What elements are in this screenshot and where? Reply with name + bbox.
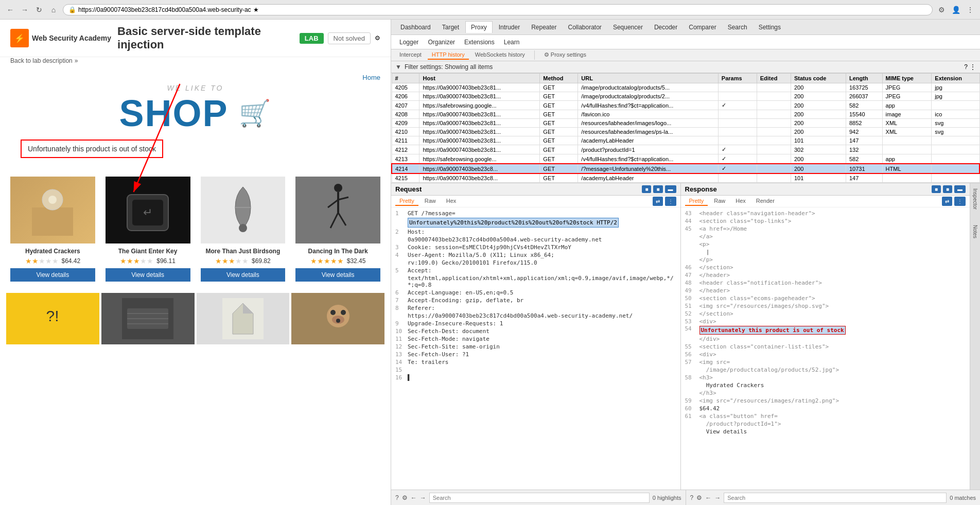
lock-icon: 🔒	[68, 6, 76, 13]
back-icon-right[interactable]: ←	[705, 494, 711, 501]
table-row[interactable]: 4215https://0a90007403beb23c8...GET/acad…	[392, 173, 979, 183]
settings-icon-left[interactable]: ⚙	[402, 494, 408, 501]
nav-intruder[interactable]: Intruder	[494, 22, 525, 33]
sub-extensions[interactable]: Extensions	[460, 37, 499, 47]
res-line: 59<img src="/resources/images/rating2.pn…	[683, 397, 968, 405]
reload-button[interactable]: ↻	[33, 4, 45, 16]
view-details-btn-1[interactable]: View details	[106, 268, 190, 282]
view-details-btn-0[interactable]: View details	[10, 268, 95, 282]
res-icon-btn-2[interactable]: ■	[943, 185, 952, 193]
product-name-1: The Giant Enter Key	[106, 248, 190, 255]
tab-http-history[interactable]: HTTP history	[428, 50, 469, 60]
settings-icon[interactable]: ⚙	[375, 34, 380, 42]
product-card: Hydrated Crackers ★★★★★ $64.42 View deta…	[5, 171, 100, 287]
sub-logger[interactable]: Logger	[395, 37, 423, 47]
product-card: ↵ The Giant Enter Key ★★★★★ $96.11 View …	[100, 171, 196, 287]
request-icon-btn-3[interactable]: ▬	[665, 185, 676, 193]
table-row[interactable]: 4205 https://0a90007403beb23c81... GET /…	[392, 83, 979, 92]
request-icon-btn-1[interactable]: ■	[642, 185, 651, 193]
address-bar[interactable]: 🔒 https://0a90007403beb23c817cd4bd00a500…	[63, 4, 933, 15]
res-tab-hex[interactable]: Hex	[731, 197, 750, 206]
tab-websockets-history[interactable]: WebSockets history	[471, 50, 529, 60]
out-of-stock-message: Unfortunately this product is out of sto…	[21, 140, 163, 158]
nav-repeater[interactable]: Repeater	[526, 22, 562, 33]
menu-icon[interactable]: ⋮	[965, 4, 976, 15]
back-button[interactable]: ←	[4, 4, 16, 16]
forward-button[interactable]: →	[19, 4, 31, 16]
nav-search[interactable]: Search	[723, 22, 752, 33]
back-icon-left[interactable]: ←	[411, 494, 417, 501]
http-table: # Host Method URL Params Edited Status c…	[391, 73, 980, 183]
product-stars-2: ★★★★★	[215, 257, 249, 265]
back-link[interactable]: Back to lab description »	[0, 57, 391, 68]
bottom-panels: Request ■ ■ ▬ Pretty Raw Hex ⇄ ⋮	[391, 183, 980, 490]
home-link[interactable]: Home	[362, 74, 380, 81]
cell-mime: JPEG	[882, 83, 932, 92]
svg-point-4	[48, 196, 57, 204]
request-icon-btn-2[interactable]: ■	[653, 185, 662, 193]
res-icon-btn-1[interactable]: ■	[932, 185, 941, 193]
res-wrap-btn[interactable]: ⇄	[942, 197, 952, 206]
table-row[interactable]: 4207https://safebrowsing.google...GET/v4…	[392, 101, 979, 110]
nav-collaborator[interactable]: Collaborator	[563, 22, 607, 33]
req-tab-hex[interactable]: Hex	[442, 197, 461, 206]
nav-decoder[interactable]: Decoder	[649, 22, 682, 33]
nav-target[interactable]: Target	[437, 22, 464, 33]
table-row[interactable]: 4210https://0a90007403beb23c81...GET/res…	[392, 128, 979, 136]
table-row[interactable]: 4211https://0a90007403beb23c81...GET/aca…	[392, 136, 979, 145]
table-row[interactable]: 4206https://0a90007403beb23c81...GET/ima…	[392, 92, 979, 101]
res-tab-raw[interactable]: Raw	[710, 197, 729, 206]
table-row[interactable]: 4213https://safebrowsing.google...GET/v4…	[392, 154, 979, 164]
home-button[interactable]: ⌂	[47, 4, 60, 16]
more-icon[interactable]: ⋮	[970, 63, 976, 71]
bottom-img-4	[291, 293, 384, 344]
svg-point-28	[330, 310, 336, 315]
nav-comparer[interactable]: Comparer	[684, 22, 721, 33]
res-tab-render[interactable]: Render	[752, 197, 779, 206]
req-wrap-btn[interactable]: ⇄	[653, 197, 663, 206]
help-icon[interactable]: ?	[964, 63, 968, 71]
view-details-btn-2[interactable]: View details	[201, 268, 286, 282]
request-tabs: Pretty Raw Hex ⇄ ⋮	[391, 196, 680, 207]
nav-proxy[interactable]: Proxy	[465, 21, 493, 33]
res-more-btn[interactable]: ⋮	[954, 197, 966, 206]
sub-organizer[interactable]: Organizer	[424, 37, 459, 47]
star-icon: ★	[253, 6, 259, 13]
table-row[interactable]: 4212https://0a90007403beb23c81...GET/pro…	[392, 145, 979, 154]
nav-sequencer[interactable]: Sequencer	[608, 22, 648, 33]
product-stars-0: ★★★★★	[25, 257, 59, 265]
req-line: 4User-Agent: Mozilla/5.0 (X11; Linux x86…	[393, 251, 678, 259]
tab-proxy-settings[interactable]: ⚙ Proxy settings	[540, 50, 590, 60]
view-details-btn-3[interactable]: View details	[295, 268, 380, 282]
req-line-highlight: Unfortunately%20this%20product%20is%20ou…	[393, 217, 678, 228]
req-tab-pretty[interactable]: Pretty	[395, 197, 418, 206]
request-panel: Request ■ ■ ▬ Pretty Raw Hex ⇄ ⋮	[391, 183, 681, 490]
forward-icon-left[interactable]: →	[420, 494, 426, 501]
req-tab-raw[interactable]: Raw	[421, 197, 440, 206]
req-line: 3Cookie: session=EsMEClDt4jp90hjCVs4tDHe…	[393, 243, 678, 251]
forward-icon-right[interactable]: →	[714, 494, 721, 501]
req-more-btn[interactable]: ⋮	[665, 197, 676, 206]
request-search-input[interactable]	[429, 493, 650, 503]
notes-label[interactable]: Notes	[972, 225, 978, 238]
req-line: 14Te: trailers	[393, 358, 678, 366]
nav-dashboard[interactable]: Dashboard	[395, 22, 436, 33]
inspector-label[interactable]: Inspector	[972, 188, 978, 210]
nav-settings[interactable]: Settings	[754, 22, 786, 33]
help-icon-right[interactable]: ?	[690, 494, 694, 501]
table-row-highlighted[interactable]: 4214https://0a90007403beb23c8...GET/?mes…	[392, 164, 979, 173]
response-search-input[interactable]	[724, 493, 947, 503]
table-row[interactable]: 4209https://0a90007403beb23c81...GET/res…	[392, 119, 979, 128]
tab-intercept[interactable]: Intercept	[395, 50, 426, 60]
help-icon-left[interactable]: ?	[395, 494, 399, 501]
filter-text: Filter settings: Showing all items	[405, 63, 493, 71]
extensions-icon[interactable]: ⚙	[936, 4, 947, 15]
settings-icon-right[interactable]: ⚙	[696, 494, 702, 501]
lightning-icon: ⚡	[14, 33, 25, 43]
table-row[interactable]: 4208https://0a90007403beb23c81...GET/fav…	[392, 110, 979, 119]
sub-learn[interactable]: Learn	[500, 37, 524, 47]
wsa-logo-text: Web Security Academy	[32, 34, 111, 43]
profile-icon[interactable]: 👤	[950, 4, 961, 15]
res-tab-pretty[interactable]: Pretty	[685, 197, 708, 206]
res-icon-btn-3[interactable]: ▬	[954, 185, 966, 193]
